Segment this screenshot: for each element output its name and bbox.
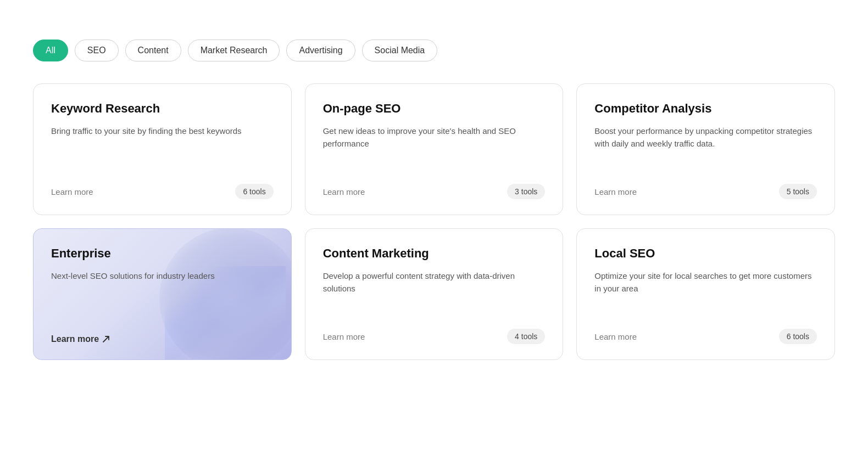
card-footer-keyword-research: Learn more6 tools [51,184,274,199]
filter-btn-social-media[interactable]: Social Media [362,40,438,61]
card-content-on-page-seo: On-page SEOGet new ideas to improve your… [323,102,546,150]
card-content-marketing: Content MarketingDevelop a powerful cont… [305,228,564,360]
card-desc-local-seo: Optimize your site for local searches to… [594,269,817,295]
card-competitor-analysis: Competitor AnalysisBoost your performanc… [576,83,835,215]
card-desc-keyword-research: Bring traffic to your site by finding th… [51,125,274,137]
card-footer-on-page-seo: Learn more3 tools [323,184,546,199]
card-title-keyword-research: Keyword Research [51,102,274,116]
card-desc-enterprise: Next-level SEO solutions for industry le… [51,269,274,282]
card-desc-content-marketing: Develop a powerful content strategy with… [323,269,546,295]
card-footer-competitor-analysis: Learn more5 tools [594,184,817,199]
card-title-content-marketing: Content Marketing [323,246,546,261]
filter-bar: AllSEOContentMarket ResearchAdvertisingS… [33,40,835,61]
filter-btn-all[interactable]: All [33,40,68,61]
card-footer-content-marketing: Learn more4 tools [323,329,546,344]
card-desc-on-page-seo: Get new ideas to improve your site's hea… [323,125,546,150]
tools-badge-competitor-analysis: 5 tools [779,184,817,199]
card-content-enterprise: EnterpriseNext-level SEO solutions for i… [51,246,274,282]
tools-badge-local-seo: 6 tools [779,329,817,344]
filter-btn-seo[interactable]: SEO [75,40,119,61]
card-keyword-research: Keyword ResearchBring traffic to your si… [33,83,292,215]
learn-more-enterprise[interactable]: Learn more [51,334,110,344]
cards-grid: Keyword ResearchBring traffic to your si… [33,83,835,360]
card-footer-local-seo: Learn more6 tools [594,329,817,344]
tools-badge-keyword-research: 6 tools [235,184,273,199]
learn-more-local-seo[interactable]: Learn more [594,332,637,341]
card-content-local-seo: Local SEOOptimize your site for local se… [594,246,817,295]
filter-btn-content[interactable]: Content [125,40,181,61]
tools-badge-content-marketing: 4 tools [507,329,545,344]
card-content-content-marketing: Content MarketingDevelop a powerful cont… [323,246,546,295]
card-title-competitor-analysis: Competitor Analysis [594,102,817,116]
card-local-seo: Local SEOOptimize your site for local se… [576,228,835,360]
card-title-enterprise: Enterprise [51,246,274,261]
card-desc-competitor-analysis: Boost your performance by unpacking comp… [594,125,817,150]
card-content-keyword-research: Keyword ResearchBring traffic to your si… [51,102,274,137]
card-content-competitor-analysis: Competitor AnalysisBoost your performanc… [594,102,817,150]
learn-more-on-page-seo[interactable]: Learn more [323,187,365,196]
learn-more-keyword-research[interactable]: Learn more [51,187,93,196]
card-title-on-page-seo: On-page SEO [323,102,546,116]
card-footer-enterprise: Learn more [51,334,274,344]
tools-badge-on-page-seo: 3 tools [507,184,545,199]
filter-btn-advertising[interactable]: Advertising [286,40,355,61]
card-enterprise: EnterpriseNext-level SEO solutions for i… [33,228,292,360]
card-title-local-seo: Local SEO [594,246,817,261]
card-on-page-seo: On-page SEOGet new ideas to improve your… [305,83,564,215]
external-link-icon [102,335,110,344]
learn-more-competitor-analysis[interactable]: Learn more [594,187,637,196]
learn-more-content-marketing[interactable]: Learn more [323,332,365,341]
filter-btn-market-research[interactable]: Market Research [188,40,280,61]
